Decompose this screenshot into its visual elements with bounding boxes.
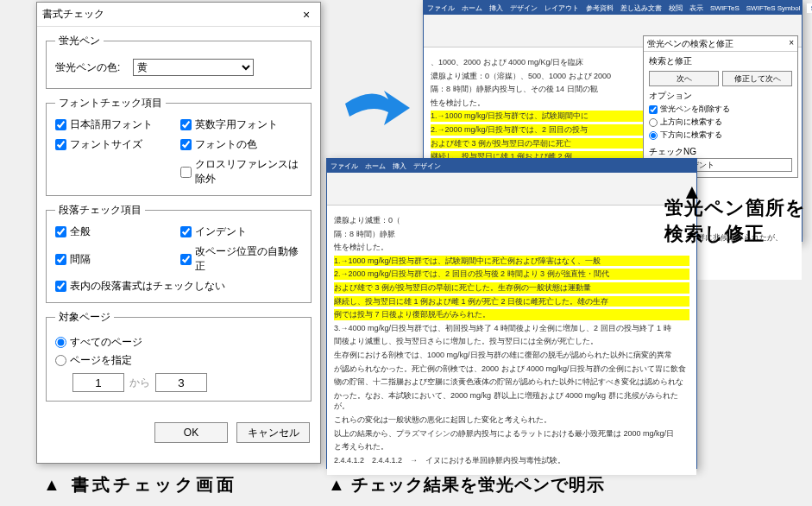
word-ribbon-back: ファイル ホーム 挿入 デザイン レイアウト 参考資料 差し込み文書 校閲 表示… [424,1,802,15]
check-exclude-crossref[interactable]: クロスリファレンスは除外 [180,157,302,187]
ribbon-tab[interactable]: SWIFTeS Symbol [746,4,801,12]
check-skip-table[interactable]: 表内の段落書式はチェックしない [55,279,302,294]
ribbon-tab[interactable]: ホーム [365,161,386,171]
page-from-input[interactable] [72,373,124,392]
ok-button[interactable]: OK [154,422,228,443]
page-to-input[interactable] [155,373,207,392]
ribbon-tab[interactable]: デザイン [413,161,441,171]
check-font-size-box[interactable] [55,139,66,150]
caption-search: 蛍光ペン箇所を 検索し修正 [664,195,806,247]
ribbon-tab[interactable]: 表示 [689,3,703,13]
ribbon-tab[interactable]: 挿入 [489,3,503,13]
doc-line: 隔：8 時間）静脈 [334,229,689,240]
word-content-front: 濃腺より減重：0（ 隔：8 時間）静脈 性を検討した。 1.→1000 mg/k… [327,206,696,475]
check-indent-box[interactable] [180,226,192,237]
check-jp-font[interactable]: 日本語用フォント [55,117,177,132]
word-ribbon-front: ファイル ホーム 挿入 デザイン [327,159,696,173]
highlight-search-panel: 蛍光ペンの検索と修正 × 検索と修正 次へ 修正して次へ オプション 蛍光ペンを… [643,35,798,178]
radio-specify-pages[interactable]: ページを指定 [55,353,302,368]
radio-all-pages[interactable]: すべてのページ [55,335,302,350]
ribbon-tab[interactable]: レイアウト [544,3,579,13]
doc-line: 濃腺より減重：0（ [334,215,689,226]
close-icon[interactable]: × [298,6,315,23]
check-font-color-box[interactable] [180,139,192,150]
check-spacing-box[interactable] [55,254,66,265]
doc-line: 物の貯留、十二指腸および空腸に淡黄色液体の貯留が認められた以外に特記すべき変化は… [334,376,689,388]
highlighter-color-select[interactable]: 黄 [133,59,254,76]
check-indent[interactable]: インデント [180,225,302,239]
ribbon-tab[interactable]: SWIFTeS [710,4,740,12]
dialog-title: 書式チェック [42,7,104,22]
check-general[interactable]: 全般 [55,225,177,239]
highlighter-group: 蛍光ペン 蛍光ペンの色: 黄 [46,34,312,89]
check-jp-font-box[interactable] [55,119,66,130]
target-page-group: 対象ページ すべてのページ ページを指定 から [46,310,312,402]
next-button[interactable]: 次へ [649,71,719,86]
doc-line: かった。なお、本試験において、2000 mg/kg 群以上に増殖および 4000… [334,390,689,412]
ribbon-tab-active[interactable]: SWIFTeS Checker [807,3,812,13]
check-exclude-crossref-box[interactable] [180,167,192,178]
options-label: オプション [649,90,792,102]
format-check-dialog: 書式チェック × 蛍光ペン 蛍光ペンの色: 黄 フォントチェック項目 日本語用フ… [36,2,321,464]
page-range-label: から [129,376,150,390]
word-window-front: ファイル ホーム 挿入 デザイン 濃腺より減重：0（ 隔：8 時間）静脈 性を検… [326,158,697,469]
doc-line: 性を検討した。 [334,242,689,253]
ribbon-tab[interactable]: 差し込み文書 [620,3,662,13]
doc-line: 以上の結果から、プラズマイシンの静脈内投与によるラットにおける最小致死量は 20… [334,428,689,440]
doc-line-highlight: および雄で 3 例が投与翌日の早朝に死亡した。生存例の一般状態は運動量 [334,282,689,294]
para-check-legend: 段落チェック項目 [55,203,145,218]
ribbon-tab[interactable]: ファイル [330,161,358,171]
check-skip-table-box[interactable] [55,281,66,292]
doc-line: これらの変化は一般状態の悪化に起因した変化と考えられた。 [334,414,689,426]
font-check-group: フォントチェック項目 日本語用フォント 英数字用フォント フォントサイズ フォン… [46,96,312,196]
target-page-legend: 対象ページ [55,310,114,325]
doc-section: 2.4.4.1.2 2.4.4.1.2 → イヌにおける単回静脈内投与毒性試験。 [334,455,689,466]
dialog-titlebar: 書式チェック × [37,3,320,27]
doc-line: 生存例における剖検では、1000 mg/kg/日投与群の雄に復部の脱毛が認められ… [334,350,689,361]
cancel-button[interactable]: キャンセル [236,422,310,443]
para-check-group: 段落チェック項目 全般 インデント 間隔 改ページ位置の自動修正 表内の段落書式… [46,203,312,303]
ribbon-tab[interactable]: ファイル [427,3,455,13]
doc-line-highlight: 例では投与 7 日後より復部脱毛がみられた。 [334,309,689,320]
check-ng-label: チェックNG [649,146,792,158]
highlighter-color-label: 蛍光ペンの色: [55,60,133,75]
check-spacing[interactable]: 間隔 [55,244,177,274]
doc-line: が認められなかった。死亡例の剖検では、2000 および 4000 mg/kg/日… [334,364,689,375]
close-icon[interactable]: × [789,38,794,49]
ribbon-tab[interactable]: デザイン [510,3,538,13]
check-auto-pagebreak-box[interactable] [180,254,192,265]
font-check-legend: フォントチェック項目 [55,96,166,111]
radio-all-pages-input[interactable] [55,337,66,348]
doc-line: 間後より減重し、投与翌日さらに増加した。投与翌日には全例が死亡した。 [334,336,689,347]
doc-line-highlight: 継続し、投与翌日に雄 1 例および雌 1 例が死亡 2 日後に雌死亡した。雄の生… [334,296,689,307]
doc-line-highlight: 2.→2000 mg/kg/日投与群では、2 回目の投与後 2 時間より 3 例… [334,269,689,280]
word-toolbar-front [327,173,696,206]
search-panel-title: 蛍光ペンの検索と修正 [647,38,733,49]
check-en-font[interactable]: 英数字用フォント [180,117,302,132]
doc-line: 3.→4000 mg/kg/日投与群では、初回投与終了 4 時間後より全例に増加… [334,323,689,334]
caption-result: ▲ チェック結果を蛍光ペンで明示 [328,473,605,497]
opt-search-down[interactable]: 下方向に検索する [649,130,792,141]
check-general-box[interactable] [55,226,66,237]
check-font-size[interactable]: フォントサイズ [55,137,177,152]
check-en-font-box[interactable] [180,119,192,130]
flow-arrow-icon [337,69,423,155]
caption-dialog: ▲ 書式チェック画面 [43,473,237,497]
ribbon-tab[interactable]: 参考資料 [586,3,614,13]
doc-line-highlight: 1.→1000 mg/kg/日投与群では、試験期間中に死亡例および障害はなく、一… [334,256,689,267]
fix-next-button[interactable]: 修正して次へ [722,71,792,86]
highlighter-legend: 蛍光ペン [55,34,104,48]
search-tab-label: 検索と修正 [649,55,792,67]
ribbon-tab[interactable]: 校閲 [669,3,683,13]
radio-specify-pages-input[interactable] [55,355,66,366]
ribbon-tab[interactable]: ホーム [462,3,482,13]
doc-line: と考えられた。 [334,441,689,452]
opt-delete-highlight[interactable]: 蛍光ペンを削除する [649,104,792,115]
check-auto-pagebreak[interactable]: 改ページ位置の自動修正 [180,244,302,274]
ribbon-tab[interactable]: 挿入 [393,161,406,171]
check-font-color[interactable]: フォントの色 [180,137,302,152]
opt-search-up[interactable]: 上方向に検索する [649,117,792,128]
